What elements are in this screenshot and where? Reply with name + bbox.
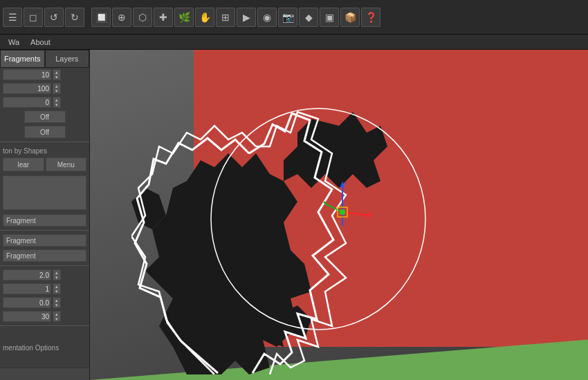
bottom-options: mentation Options (0, 342, 89, 354)
top-toolbar: ☰ ◻ ↺ ↻ 🔲 ⊕ ⬡ ✚ 🌿 ✋ ⊞ ▶ ◉ 📷 ◆ ▣ 📦 ❓ (0, 0, 588, 35)
fragment-field-3[interactable] (3, 249, 86, 262)
viewport[interactable]: z x (90, 50, 588, 380)
toggle-btn-1[interactable]: Off (24, 111, 66, 123)
section-label-shapes: ton by Shapes (0, 144, 89, 156)
tool-icon-6[interactable]: ⊕ (112, 8, 131, 27)
divider-1 (0, 142, 89, 142)
selection-outline (138, 91, 443, 368)
field-row-7: ▴▾ (0, 310, 89, 323)
tool-icon-5[interactable]: 🔲 (91, 8, 111, 27)
field-row-3: ▴▾ (0, 95, 89, 109)
field-row-6: ▴▾ (0, 296, 89, 310)
num-field-3[interactable] (3, 97, 51, 108)
tool-icon-15[interactable]: ◆ (299, 8, 318, 27)
spin-btn-5[interactable]: ▴▾ (53, 283, 61, 294)
divider-4 (0, 325, 89, 326)
tool-icon-4[interactable]: ↻ (65, 8, 84, 27)
num-field-2[interactable] (3, 83, 51, 94)
tool-icon-17[interactable]: 📦 (340, 8, 360, 27)
main-layout: Fragments Layers ▴▾ ▴▾ ▴▾ Off Off ton by… (0, 50, 588, 380)
spin-btn-3[interactable]: ▴▾ (53, 97, 61, 108)
tool-icon-7[interactable]: ⬡ (133, 8, 152, 27)
field-row-1: ▴▾ (0, 68, 89, 82)
left-panel: Fragments Layers ▴▾ ▴▾ ▴▾ Off Off ton by… (0, 50, 90, 380)
tool-icon-3[interactable]: ↺ (44, 8, 64, 27)
tool-icon-1[interactable]: ☰ (3, 8, 22, 27)
action-row: lear Menu (0, 156, 89, 173)
bottom-progress (0, 368, 89, 380)
num-field-4[interactable] (3, 269, 51, 281)
panel-tabs: Fragments Layers (0, 50, 89, 68)
num-field-6[interactable] (3, 297, 51, 308)
num-field-1[interactable] (3, 69, 51, 80)
tool-icon-12[interactable]: ▶ (237, 8, 256, 27)
menu-about[interactable]: About (25, 37, 56, 48)
tool-icon-18[interactable]: ❓ (361, 8, 380, 27)
spin-btn-4[interactable]: ▴▾ (53, 269, 61, 281)
spin-btn-2[interactable]: ▴▾ (53, 83, 61, 94)
spin-btn-1[interactable]: ▴▾ (53, 69, 61, 80)
tool-icon-11[interactable]: ⊞ (216, 8, 235, 27)
tool-icon-8[interactable]: ✚ (154, 8, 173, 27)
divider-3 (0, 265, 89, 266)
tool-icon-10[interactable]: ✋ (195, 8, 214, 27)
fragment-field-1[interactable] (3, 214, 86, 227)
tool-icon-16[interactable]: ▣ (320, 8, 339, 27)
num-field-5[interactable] (3, 283, 51, 294)
svg-point-10 (211, 108, 425, 330)
tool-icon-13[interactable]: ◉ (257, 8, 277, 27)
preview-box (3, 175, 86, 210)
menu-btn[interactable]: Menu (46, 158, 87, 171)
toggle-btn-2[interactable]: Off (24, 126, 66, 138)
menu-bar: Wa About (0, 35, 588, 50)
divider-2 (0, 230, 89, 231)
fragment-field-2[interactable] (3, 234, 86, 247)
tool-icon-9[interactable]: 🌿 (174, 8, 194, 27)
field-row-2: ▴▾ (0, 82, 89, 95)
tab-fragments[interactable]: Fragments (0, 50, 45, 68)
tool-icon-2[interactable]: ◻ (24, 8, 43, 27)
num-field-7[interactable] (3, 311, 51, 322)
spin-btn-7[interactable]: ▴▾ (53, 311, 61, 322)
spin-btn-6[interactable]: ▴▾ (53, 297, 61, 308)
field-row-4: ▴▾ (0, 268, 89, 282)
tool-icon-14[interactable]: 📷 (278, 8, 297, 27)
menu-wa[interactable]: Wa (3, 37, 25, 48)
tab-layers[interactable]: Layers (45, 50, 90, 68)
field-row-5: ▴▾ (0, 282, 89, 296)
clear-btn[interactable]: lear (3, 158, 44, 171)
